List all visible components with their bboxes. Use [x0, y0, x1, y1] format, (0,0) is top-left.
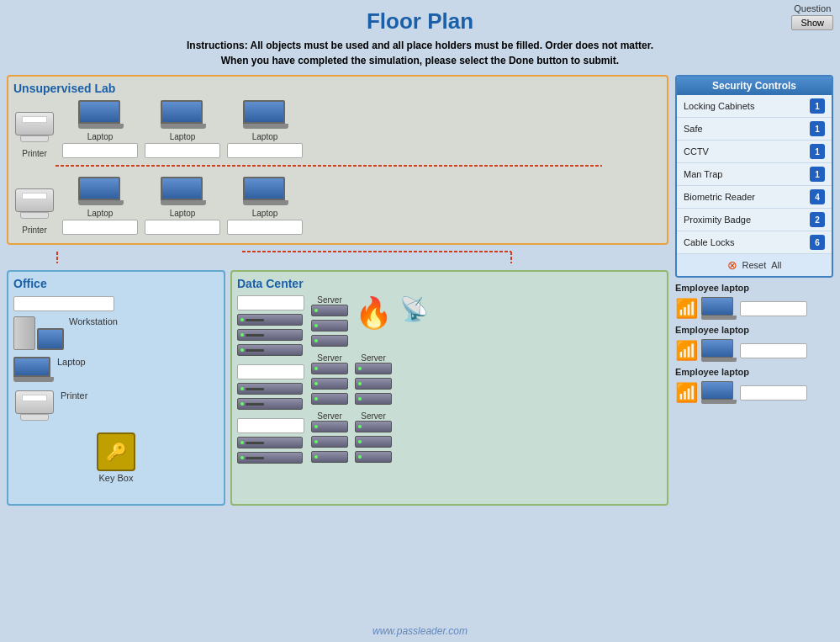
- lab-laptop-4-input[interactable]: [62, 220, 138, 235]
- dc-server-row1: Server 🔥: [311, 295, 429, 348]
- man-trap-label: Man Trap: [684, 169, 722, 179]
- security-controls-header: Security Controls: [677, 77, 832, 95]
- lab-row1-connections: [13, 162, 619, 170]
- employee-laptop-3-input[interactable]: [740, 385, 807, 401]
- lab-laptop-5-input[interactable]: [145, 220, 220, 235]
- dc-server-input-3[interactable]: [237, 418, 304, 433]
- right-panel: Security Controls Locking Cabinets 1 Saf…: [675, 75, 833, 506]
- printer-icon-2: [13, 188, 55, 224]
- dc-server-unit-3: [237, 437, 304, 465]
- lab-laptop-2: Laptop: [145, 100, 220, 158]
- keybox-icon: 🔑: [97, 432, 135, 471]
- question-area: Question Show: [791, 3, 833, 30]
- employee-laptop-1-input[interactable]: [740, 301, 807, 316]
- proximity-badge-badge: 2: [810, 212, 825, 227]
- reset-label[interactable]: Reset: [742, 260, 767, 270]
- firewall: 🔥: [355, 295, 393, 331]
- wifi-icon-3: 📶: [675, 382, 698, 404]
- locking-cabinets-badge: 1: [810, 98, 825, 114]
- employee-laptop-3-area: 📶: [675, 381, 833, 404]
- security-item-safe[interactable]: Safe 1: [677, 118, 832, 141]
- biometric-badge: 4: [810, 189, 825, 204]
- lab-laptop-3: Laptop: [227, 100, 303, 158]
- lab-laptop-1: Laptop: [62, 100, 138, 158]
- employee-laptop-3-icon: [701, 381, 737, 404]
- security-item-locking-cabinets[interactable]: Locking Cabinets 1: [677, 95, 832, 118]
- lab-laptop-4: Laptop: [62, 177, 138, 235]
- bottom-row: Office Workstation: [7, 270, 668, 506]
- dc-server-row2: Server Server: [311, 353, 429, 406]
- instruction-line1: Instructions: All objects must be used a…: [0, 38, 840, 53]
- printer-icon-1: [13, 112, 55, 147]
- dc-server-mid-right: Server: [355, 353, 392, 406]
- reset-bar: ⊗ Reset All: [677, 254, 832, 276]
- employee-laptop-2-section: Employee laptop 📶: [675, 325, 833, 362]
- lab-row-1: Printer Laptop La: [13, 100, 662, 158]
- employee-laptop-1-icon: [701, 297, 737, 320]
- key-box: 🔑 Key Box: [13, 432, 219, 483]
- main-area: Unsupervised Lab Printer: [0, 75, 840, 506]
- safe-badge: 1: [810, 121, 825, 136]
- lab-label: Unsupervised Lab: [13, 82, 662, 95]
- lab-printer-1-label: Printer: [22, 149, 46, 158]
- laptop-icon-2: [161, 100, 204, 130]
- office-printer: Printer: [13, 390, 219, 426]
- security-item-man-trap[interactable]: Man Trap 1: [677, 163, 832, 186]
- question-label: Question: [794, 3, 831, 13]
- office-workstation: Workstation: [13, 316, 219, 350]
- security-controls: Security Controls Locking Cabinets 1 Saf…: [675, 75, 833, 278]
- lab-laptop-6-input[interactable]: [227, 220, 303, 235]
- cctv-badge: 1: [810, 144, 825, 159]
- instructions: Instructions: All objects must be used a…: [0, 38, 840, 68]
- office-label: Office: [13, 277, 219, 290]
- watermark: www.passleader.com: [372, 625, 468, 637]
- lab-printer-1: Printer: [13, 112, 55, 158]
- laptop-icon-3: [243, 100, 287, 130]
- dc-server-bot-left: Server: [311, 411, 348, 464]
- instruction-line2: When you have completed the simulation, …: [0, 53, 840, 68]
- dc-server-input-2[interactable]: [237, 364, 304, 379]
- security-item-cable-locks[interactable]: Cable Locks 6: [677, 231, 832, 254]
- all-label[interactable]: All: [771, 260, 781, 270]
- security-item-cctv[interactable]: CCTV 1: [677, 141, 832, 163]
- employee-laptop-2-label: Employee laptop: [675, 325, 833, 335]
- dc-server-row3: Server Server: [311, 411, 429, 464]
- employee-laptop-2-icon: [701, 339, 737, 362]
- office-input-top[interactable]: [13, 296, 114, 311]
- lab-laptop-4-label: Laptop: [87, 209, 114, 218]
- lab-laptop-1-label: Laptop: [87, 132, 114, 141]
- dc-right: Server 🔥: [311, 295, 429, 465]
- dc-server-unit-1: [237, 314, 304, 358]
- dc-server-input-1[interactable]: [237, 295, 304, 310]
- lab-to-bottom-connections: [7, 250, 646, 265]
- office-laptop-icon: [13, 357, 52, 384]
- security-item-proximity-badge[interactable]: Proximity Badge 2: [677, 209, 832, 231]
- wireless-icon: 📡: [399, 295, 429, 323]
- security-item-biometric[interactable]: Biometric Reader 4: [677, 186, 832, 209]
- lab-printer-2-label: Printer: [22, 225, 46, 235]
- cable-locks-label: Cable Locks: [684, 237, 735, 247]
- lab-laptop-1-input[interactable]: [62, 143, 138, 158]
- firewall-icon: 🔥: [355, 295, 393, 331]
- dc-servers-left: [237, 295, 304, 465]
- laptop-icon-6: [243, 177, 287, 207]
- employee-laptop-2-area: 📶: [675, 339, 833, 362]
- show-button[interactable]: Show: [791, 15, 833, 30]
- office-laptop: Laptop: [13, 357, 219, 384]
- dc-server-unit-2: [237, 383, 304, 411]
- keybox-label: Key Box: [99, 473, 134, 483]
- wifi-icon-2: 📶: [675, 340, 698, 362]
- employee-laptop-3-section: Employee laptop 📶: [675, 367, 833, 404]
- employee-laptop-1-section: Employee laptop 📶: [675, 283, 833, 320]
- employee-laptop-2-input[interactable]: [740, 343, 807, 358]
- lab-laptop-3-input[interactable]: [227, 143, 303, 158]
- employee-laptop-1-label: Employee laptop: [675, 283, 833, 293]
- page-title: Floor Plan: [0, 0, 840, 38]
- proximity-badge-label: Proximity Badge: [684, 215, 751, 225]
- workstation-icon: [13, 316, 64, 350]
- office-area: Office Workstation: [7, 270, 225, 506]
- lab-laptop-2-input[interactable]: [145, 143, 220, 158]
- office-printer-label: Printer: [61, 390, 87, 401]
- dc-server-top-left: Server: [311, 295, 348, 348]
- lab-laptop-6: Laptop: [227, 177, 303, 235]
